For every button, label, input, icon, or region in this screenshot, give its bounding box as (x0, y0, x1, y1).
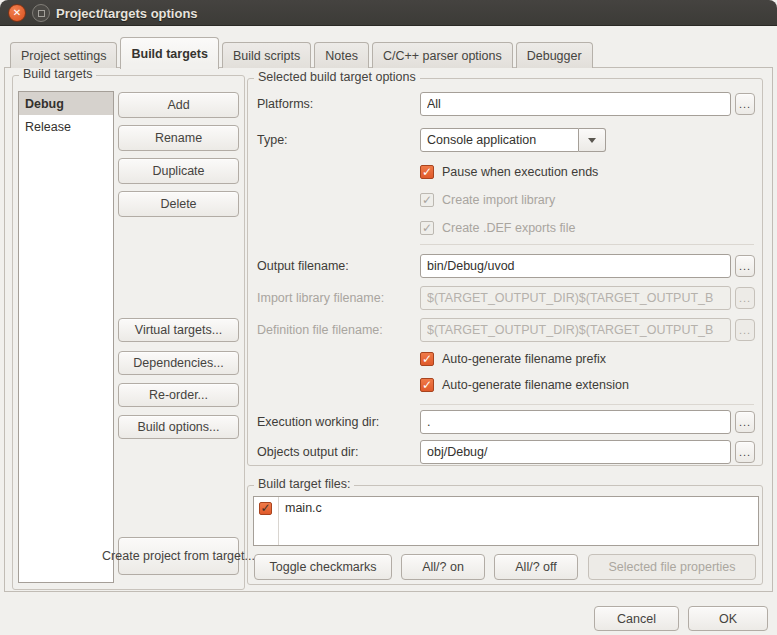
reorder-button[interactable]: Re-order... (118, 383, 239, 407)
output-filename-row: Output filename: ... (257, 254, 755, 278)
virtual-targets-button[interactable]: Virtual targets... (118, 318, 239, 342)
pause-when-execution-ends-label: Pause when execution ends (442, 165, 598, 179)
pause-when-execution-ends-checkbox[interactable]: Pause when execution ends (420, 164, 598, 180)
auto-generate-filename-prefix-label: Auto-generate filename prefix (442, 352, 606, 366)
execution-working-dir-row: Execution working dir: ... (257, 410, 755, 434)
dependencies-button[interactable]: Dependencies... (118, 351, 239, 375)
auto-generate-filename-extension-checkbox[interactable]: Auto-generate filename extension (420, 377, 629, 393)
create-def-exports-file-label: Create .DEF exports file (442, 221, 575, 235)
list-item[interactable]: main.c (254, 497, 758, 519)
platforms-row: Platforms: ... (257, 92, 755, 116)
close-icon[interactable] (8, 4, 26, 22)
auto-generate-filename-extension-label: Auto-generate filename extension (442, 378, 629, 392)
dialog-footer: Cancel OK (594, 606, 768, 631)
checkbox-checked-icon (420, 352, 434, 366)
platforms-input[interactable] (420, 92, 731, 116)
build-targets-list[interactable]: Debug Release (18, 91, 114, 583)
ok-button[interactable]: OK (688, 606, 768, 631)
checkbox-column-divider (278, 497, 279, 545)
selected-file-properties-button: Selected file properties (588, 554, 756, 580)
checkbox-checked-disabled-icon (420, 193, 434, 207)
create-def-exports-file-checkbox: Create .DEF exports file (420, 220, 575, 236)
output-filename-label: Output filename: (257, 259, 420, 273)
cancel-button[interactable]: Cancel (594, 606, 679, 631)
type-dropdown-button[interactable] (579, 128, 606, 152)
auto-generate-filename-prefix-checkbox[interactable]: Auto-generate filename prefix (420, 351, 606, 367)
definition-file-filename-input (420, 318, 731, 342)
file-checkbox-checked-icon[interactable] (259, 502, 272, 515)
type-label: Type: (257, 133, 420, 147)
import-library-filename-input (420, 286, 731, 310)
definition-file-filename-row: Definition file filename: ... (257, 318, 755, 342)
chevron-down-icon (588, 138, 596, 143)
type-select[interactable]: Console application (420, 128, 606, 152)
list-item-release[interactable]: Release (19, 115, 113, 138)
selected-options-group: Selected build target options Platforms:… (247, 78, 763, 466)
build-options-button[interactable]: Build options... (118, 415, 239, 439)
platforms-browse-button[interactable]: ... (735, 93, 755, 115)
execution-working-dir-browse-button[interactable]: ... (735, 411, 755, 433)
delete-button[interactable]: Delete (118, 191, 239, 217)
checkbox-checked-disabled-icon (420, 221, 434, 235)
execution-working-dir-label: Execution working dir: (257, 415, 420, 429)
build-target-files-group-label: Build target files: (254, 477, 354, 491)
rename-button[interactable]: Rename (118, 125, 239, 151)
tab-build-targets[interactable]: Build targets (120, 37, 218, 69)
objects-output-dir-input[interactable] (420, 440, 731, 464)
objects-output-dir-browse-button[interactable]: ... (735, 441, 755, 463)
titlebar: Project/targets options (0, 0, 777, 26)
create-import-library-checkbox: Create import library (420, 192, 555, 208)
output-filename-browse-button[interactable]: ... (735, 255, 755, 277)
definition-file-filename-label: Definition file filename: (257, 323, 420, 337)
import-library-filename-row: Import library filename: ... (257, 286, 755, 310)
tab-cpp-parser-options[interactable]: C/C++ parser options (372, 42, 513, 68)
definition-file-filename-browse-button: ... (735, 319, 755, 341)
platforms-label: Platforms: (257, 97, 420, 111)
create-import-library-label: Create import library (442, 193, 555, 207)
tab-project-settings[interactable]: Project settings (10, 42, 117, 68)
execution-working-dir-input[interactable] (420, 410, 731, 434)
separator (420, 244, 754, 245)
build-targets-group-label: Build targets (19, 67, 96, 81)
maximize-icon[interactable] (32, 4, 50, 22)
duplicate-button[interactable]: Duplicate (118, 158, 239, 184)
files-list[interactable]: main.c (253, 496, 759, 546)
tab-bar: Project settings Build targets Build scr… (10, 36, 593, 68)
window-title: Project/targets options (56, 0, 198, 26)
project-targets-options-dialog: Project/targets options Project settings… (0, 0, 777, 635)
import-library-filename-label: Import library filename: (257, 291, 420, 305)
import-library-filename-browse-button: ... (735, 287, 755, 309)
tab-notes[interactable]: Notes (314, 42, 369, 68)
objects-output-dir-row: Objects output dir: ... (257, 440, 755, 464)
tab-build-scripts[interactable]: Build scripts (222, 42, 311, 68)
checkbox-checked-icon (420, 378, 434, 392)
files-buttons-row: Toggle checkmarks All/? on All/? off Sel… (254, 554, 756, 580)
type-selected-value: Console application (420, 128, 579, 152)
toggle-checkmarks-button[interactable]: Toggle checkmarks (254, 554, 392, 580)
file-name: main.c (285, 501, 322, 515)
all-off-button[interactable]: All/? off (494, 554, 578, 580)
maximize-square-glyph (38, 10, 45, 17)
create-project-from-target-button[interactable]: Create project from target... (118, 537, 239, 575)
add-button[interactable]: Add (118, 92, 239, 118)
all-on-button[interactable]: All/? on (401, 554, 485, 580)
checkbox-checked-icon (420, 165, 434, 179)
list-item-debug[interactable]: Debug (19, 92, 113, 115)
type-row: Type: Console application (257, 128, 755, 152)
tab-debugger[interactable]: Debugger (516, 42, 593, 68)
output-filename-input[interactable] (420, 254, 731, 278)
build-targets-group: Build targets Debug Release Add Rename D… (12, 75, 245, 590)
separator (420, 404, 754, 405)
selected-options-group-label: Selected build target options (254, 70, 420, 84)
objects-output-dir-label: Objects output dir: (257, 445, 420, 459)
build-target-files-group: Build target files: main.c Toggle checkm… (247, 485, 763, 585)
